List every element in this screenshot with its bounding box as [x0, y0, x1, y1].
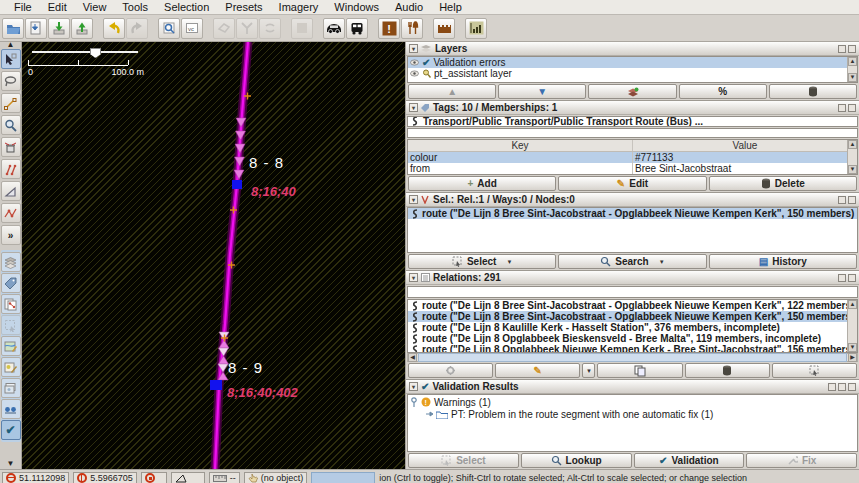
relation-row[interactable]: route ("De Lijn 8 Kaulille Kerk - Hassel… — [408, 322, 857, 333]
tool-disabled-4-button[interactable] — [291, 18, 313, 39]
tool-disabled-3-button[interactable] — [259, 18, 281, 39]
edit-relation-dropdown[interactable]: ▼ — [582, 363, 595, 378]
tag-row-colour[interactable]: colour #771133 — [408, 152, 857, 163]
save-button[interactable] — [25, 18, 47, 39]
preferences-button[interactable]: vc — [181, 18, 203, 39]
layer-row-pt-assistant[interactable]: pt_assistant layer — [408, 68, 857, 79]
parallel-tool-button[interactable] — [1, 159, 21, 179]
redo-button[interactable] — [126, 18, 148, 39]
menu-imagery[interactable]: Imagery — [271, 1, 327, 13]
relation-row-partial[interactable]: route ("De Lijn 8 Opglabbeek Nieuwe Kemp… — [408, 344, 857, 353]
collapse-icon[interactable]: ▾ — [409, 382, 418, 391]
mapstyle-toggle-button[interactable] — [1, 336, 21, 356]
latitude-field[interactable]: 51.1112098 — [2, 472, 69, 483]
close-icon[interactable] — [848, 104, 856, 112]
tool-disabled-1-button[interactable] — [213, 18, 235, 39]
layer-opacity-button[interactable]: % — [679, 84, 767, 99]
pin-icon[interactable] — [838, 196, 846, 204]
validation-run-button[interactable]: ✔Validation — [634, 453, 745, 468]
pin-icon[interactable] — [838, 45, 846, 53]
menu-view[interactable]: View — [75, 1, 115, 13]
selection-toggle-button[interactable] — [1, 315, 21, 335]
selected-relation-row[interactable]: route ("De Lijn 8 Bree Sint-Jacobstraat … — [408, 208, 857, 219]
layers-scrollbar[interactable]: ▲▼ — [847, 57, 857, 82]
scroll-up-icon[interactable]: ▲ — [848, 57, 857, 66]
longitude-field[interactable]: 5.5966705 — [73, 472, 137, 483]
stop-node-2[interactable] — [210, 380, 222, 390]
pin-icon[interactable] — [838, 274, 846, 282]
collapse-icon[interactable]: ▾ — [409, 273, 418, 282]
eye-icon[interactable] — [410, 70, 419, 77]
styles-toggle-button[interactable] — [1, 357, 21, 377]
eye-icon[interactable] — [410, 59, 419, 66]
select-menu-button[interactable]: Select▼ — [408, 254, 556, 269]
tool-disabled-2-button[interactable] — [236, 18, 258, 39]
chart-preset-button[interactable] — [465, 18, 487, 39]
toolbar-scroll-up[interactable]: ▲ — [7, 42, 15, 48]
close-icon[interactable] — [848, 383, 856, 391]
menu-edit[interactable]: Edit — [40, 1, 75, 13]
collapse-icon[interactable]: ▾ — [409, 195, 418, 204]
scroll-down-icon[interactable]: ▼ — [848, 165, 857, 174]
close-icon[interactable] — [848, 196, 856, 204]
menu-file[interactable]: File — [6, 1, 40, 13]
measure-tool-button[interactable] — [1, 181, 21, 201]
menu-windows[interactable]: Windows — [326, 1, 387, 13]
download-button[interactable] — [48, 18, 70, 39]
zoom-slider[interactable] — [32, 48, 138, 56]
delete-tool-button[interactable] — [1, 137, 21, 157]
scroll-right-icon[interactable]: ▶ — [848, 353, 857, 362]
relations-filter-input[interactable] — [407, 286, 858, 298]
delete-relation-button[interactable] — [685, 363, 770, 378]
castle-preset-button[interactable] — [433, 18, 455, 39]
preset-row[interactable]: Transport/Public Transport/Public Transp… — [407, 116, 858, 127]
scroll-down-icon[interactable]: ▼ — [848, 73, 857, 82]
tags-toggle-button[interactable] — [1, 273, 21, 293]
relation-row[interactable]: route ("De Lijn 8 Bree Sint-Jacobstraat … — [408, 300, 857, 311]
edit-tag-button[interactable]: ✎Edit — [558, 176, 706, 191]
scroll-up-icon[interactable]: ▲ — [848, 140, 857, 149]
select-tool-button[interactable] — [1, 49, 21, 69]
collapse-icon[interactable]: ▾ — [409, 44, 418, 53]
open-button[interactable] — [2, 18, 24, 39]
tag-edit-field[interactable] — [407, 128, 858, 138]
menu-selection[interactable]: Selection — [156, 1, 217, 13]
stop-node-1[interactable] — [232, 180, 242, 189]
pin-icon[interactable] — [838, 104, 846, 112]
layer-down-button[interactable]: ▼ — [498, 84, 586, 99]
scroll-up-icon[interactable]: ▲ — [848, 300, 857, 309]
relations-hscrollbar[interactable]: ◀▶ — [407, 353, 858, 362]
scroll-left-icon[interactable]: ◀ — [408, 353, 417, 362]
select-relation-button[interactable] — [772, 363, 857, 378]
car-preset-button[interactable] — [323, 18, 345, 39]
zoom-selection-button[interactable] — [158, 18, 180, 39]
dropdown-icon[interactable]: ▼ — [506, 259, 512, 265]
layer-merge-button[interactable] — [588, 84, 676, 99]
menu-audio[interactable]: Audio — [387, 1, 431, 13]
add-tag-button[interactable]: +Add — [408, 176, 556, 191]
menu-help[interactable]: Help — [431, 1, 470, 13]
conflict-toggle-button[interactable] — [1, 399, 21, 419]
dropdown-icon[interactable]: ▼ — [659, 259, 665, 265]
menu-presets[interactable]: Presets — [217, 1, 270, 13]
upload-button[interactable] — [71, 18, 93, 39]
lasso-tool-button[interactable] — [1, 71, 21, 91]
history-button[interactable]: ▤History — [709, 254, 857, 269]
layer-up-button[interactable]: ▲ — [408, 84, 496, 99]
bus-preset-button[interactable] — [346, 18, 368, 39]
photo-toggle-button[interactable] — [1, 378, 21, 398]
validator-toggle-button[interactable]: ✔ — [1, 420, 21, 440]
draw-tool-button[interactable] — [1, 93, 21, 113]
fix-button[interactable]: Fix — [746, 453, 857, 468]
close-icon[interactable] — [848, 274, 856, 282]
tree-branch-icon[interactable] — [425, 410, 433, 418]
relations-scrollbar[interactable]: ▲▼ — [847, 300, 857, 352]
incident-preset-button[interactable]: ! — [378, 18, 400, 39]
food-preset-button[interactable] — [401, 18, 423, 39]
relation-row-selected[interactable]: route ("De Lijn 8 Bree Sint-Jacobstraat … — [408, 311, 857, 322]
scroll-down-icon[interactable]: ▼ — [848, 343, 857, 352]
lookup-button[interactable]: Lookup — [521, 453, 632, 468]
close-icon[interactable] — [848, 45, 856, 53]
tag-row-from[interactable]: from Bree Sint-Jacobstraat — [408, 163, 857, 174]
value-column-header[interactable]: Value — [633, 140, 857, 151]
